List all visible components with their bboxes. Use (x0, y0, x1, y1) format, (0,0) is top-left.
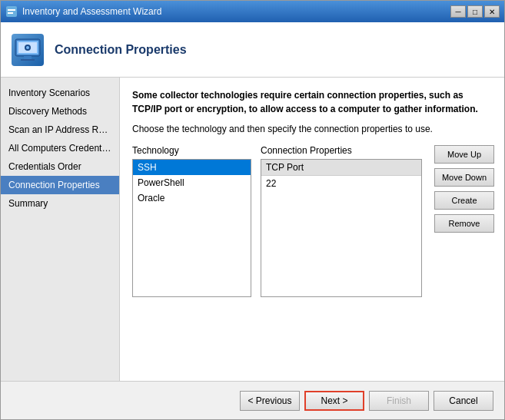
move-up-button[interactable]: Move Up (434, 145, 494, 164)
connection-section: Connection Properties TCP Port 22 (261, 145, 422, 297)
create-button[interactable]: Create (434, 191, 494, 210)
window-controls: ─ □ ✕ (450, 5, 500, 18)
wizard-window: Inventory and Assessment Wizard ─ □ ✕ Co… (0, 0, 505, 420)
sidebar-item-connection-properties[interactable]: Connection Properties (1, 176, 119, 194)
conn-value: 22 (261, 176, 421, 191)
svg-rect-1 (8, 9, 15, 11)
close-button[interactable]: ✕ (484, 5, 500, 18)
connection-label: Connection Properties (261, 145, 422, 156)
footer: < Previous Next > Finish Cancel (1, 381, 504, 419)
sidebar-item-discovery-methods[interactable]: Discovery Methods (1, 102, 119, 121)
sidebar-item-all-computers[interactable]: All Computers Credentials (1, 139, 119, 157)
content-area: Some collector technologies require cert… (120, 78, 504, 381)
move-down-button[interactable]: Move Down (434, 168, 494, 187)
sidebar-item-summary[interactable]: Summary (1, 194, 119, 213)
side-buttons: Move Up Move Down Create Remove (434, 145, 494, 297)
next-button[interactable]: Next > (304, 391, 364, 411)
svg-rect-0 (6, 6, 17, 17)
tech-item-ssh[interactable]: SSH (133, 160, 251, 175)
instruction-text: Choose the technology and then specify t… (132, 124, 492, 134)
technology-list[interactable]: SSH PowerShell Oracle (132, 159, 251, 297)
tech-item-oracle[interactable]: Oracle (133, 190, 251, 206)
description-bold: Some collector technologies require cert… (132, 88, 492, 116)
finish-button[interactable]: Finish (369, 391, 429, 411)
header-title: Connection Properties (55, 43, 187, 57)
window-title: Inventory and Assessment Wizard (22, 6, 446, 17)
main-content: Inventory Scenarios Discovery Methods Sc… (1, 78, 504, 381)
title-bar: Inventory and Assessment Wizard ─ □ ✕ (1, 1, 504, 22)
sidebar-item-credentials-order[interactable]: Credentials Order (1, 157, 119, 176)
previous-button[interactable]: < Previous (240, 391, 300, 411)
header-area: Connection Properties (1, 22, 504, 78)
technology-label: Technology (132, 145, 251, 156)
svg-rect-7 (21, 59, 35, 61)
minimize-button[interactable]: ─ (450, 5, 466, 18)
svg-point-9 (26, 46, 29, 49)
tech-item-powershell[interactable]: PowerShell (133, 175, 251, 190)
maximize-button[interactable]: □ (467, 5, 483, 18)
window-icon (5, 5, 18, 18)
svg-rect-2 (8, 12, 13, 14)
sidebar: Inventory Scenarios Discovery Methods Sc… (1, 78, 120, 381)
technology-section: Technology SSH PowerShell Oracle (132, 145, 251, 297)
sidebar-item-scan-ip[interactable]: Scan an IP Address Range (1, 121, 119, 139)
remove-button[interactable]: Remove (434, 214, 494, 233)
svg-rect-6 (24, 56, 32, 59)
sidebar-item-inventory-scenarios[interactable]: Inventory Scenarios (1, 84, 119, 102)
connection-list: TCP Port 22 (261, 159, 422, 297)
conn-header: TCP Port (261, 160, 421, 176)
columns-container: Technology SSH PowerShell Oracle Connect… (132, 145, 492, 297)
cancel-button[interactable]: Cancel (434, 391, 493, 411)
header-icon (12, 34, 44, 66)
